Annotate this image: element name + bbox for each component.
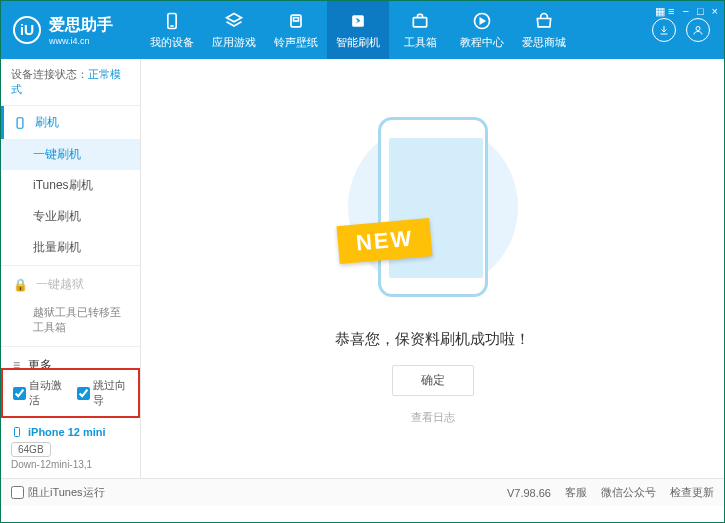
version-label: V7.98.66 <box>507 487 551 499</box>
view-log-link[interactable]: 查看日志 <box>411 410 455 425</box>
flash-icon <box>348 11 368 31</box>
nav-label: 爱思商城 <box>522 35 566 50</box>
nav-label: 教程中心 <box>460 35 504 50</box>
checkbox-label: 跳过向导 <box>93 378 129 408</box>
logo-icon: iU <box>13 16 41 44</box>
sidebar-item-oneclick[interactable]: 一键刷机 <box>1 139 140 170</box>
check-update-link[interactable]: 检查更新 <box>670 485 714 500</box>
block-itunes-checkbox[interactable]: 阻止iTunes运行 <box>11 485 105 500</box>
svg-rect-8 <box>17 117 23 128</box>
store-icon <box>534 11 554 31</box>
main-content: NEW 恭喜您，保资料刷机成功啦！ 确定 查看日志 <box>141 59 724 478</box>
nav-label: 我的设备 <box>150 35 194 50</box>
sidebar-section-jailbreak[interactable]: 🔒 一键越狱 <box>1 268 140 301</box>
new-badge: NEW <box>336 218 432 264</box>
connection-status: 设备连接状态：正常模式 <box>1 59 140 106</box>
checkbox-label: 阻止iTunes运行 <box>28 485 105 500</box>
user-button[interactable] <box>686 18 710 42</box>
svg-rect-5 <box>413 17 426 26</box>
skip-guide-checkbox[interactable]: 跳过向导 <box>77 378 129 408</box>
phone-illustration: NEW <box>368 112 498 302</box>
footer-right: V7.98.66 客服 微信公众号 检查更新 <box>507 485 714 500</box>
nav-label: 应用游戏 <box>212 35 256 50</box>
nav-ringtone[interactable]: 铃声壁纸 <box>265 1 327 59</box>
sidebar-section-more[interactable]: ≡ 更多 <box>1 349 140 368</box>
svg-rect-3 <box>294 17 299 20</box>
more-icon: ≡ <box>13 358 20 368</box>
download-icon <box>658 24 670 36</box>
app-name: 爱思助手 <box>49 15 113 36</box>
header-right <box>652 18 724 42</box>
apps-icon <box>224 11 244 31</box>
nav-tutorial[interactable]: 教程中心 <box>451 1 513 59</box>
sidebar-item-itunes[interactable]: iTunes刷机 <box>1 170 140 201</box>
nav-apps[interactable]: 应用游戏 <box>203 1 265 59</box>
options-checkbox-row: 自动激活 跳过向导 <box>1 368 140 418</box>
confirm-button[interactable]: 确定 <box>392 365 474 396</box>
phone-icon <box>13 116 27 130</box>
app-url: www.i4.cn <box>49 36 113 46</box>
nav-my-device[interactable]: 我的设备 <box>141 1 203 59</box>
close-button[interactable]: × <box>712 5 718 18</box>
nav-store[interactable]: 爱思商城 <box>513 1 575 59</box>
logo-area: iU 爱思助手 www.i4.cn <box>1 15 141 46</box>
minimize-button[interactable]: − <box>682 5 688 18</box>
sidebar-item-pro[interactable]: 专业刷机 <box>1 201 140 232</box>
svg-rect-9 <box>15 428 20 437</box>
device-icon <box>162 11 182 31</box>
user-icon <box>692 24 704 36</box>
tutorial-icon <box>472 11 492 31</box>
ringtone-icon <box>286 11 306 31</box>
nav-smart-flash[interactable]: 智能刷机 <box>327 1 389 59</box>
jailbreak-note: 越狱工具已转移至工具箱 <box>1 301 140 344</box>
device-storage: 64GB <box>11 442 51 457</box>
svg-point-7 <box>696 27 700 31</box>
footer: 阻止iTunes运行 V7.98.66 客服 微信公众号 检查更新 <box>1 478 724 506</box>
wechat-link[interactable]: 微信公众号 <box>601 485 656 500</box>
success-message: 恭喜您，保资料刷机成功啦！ <box>335 330 530 349</box>
menu-button[interactable]: ▦ ≡ <box>655 5 674 18</box>
lock-icon: 🔒 <box>13 278 28 292</box>
nav-label: 工具箱 <box>404 35 437 50</box>
window-controls: ▦ ≡ − □ × <box>655 5 718 18</box>
device-name-text: iPhone 12 mini <box>28 426 106 438</box>
device-name[interactable]: iPhone 12 mini <box>11 426 130 438</box>
checkbox-label: 自动激活 <box>29 378 65 408</box>
section-label: 一键越狱 <box>36 276 84 293</box>
support-link[interactable]: 客服 <box>565 485 587 500</box>
download-button[interactable] <box>652 18 676 42</box>
sidebar: 设备连接状态：正常模式 刷机 一键刷机 iTunes刷机 专业刷机 批量刷机 🔒… <box>1 59 141 478</box>
status-label: 设备连接状态： <box>11 68 88 80</box>
main-nav: 我的设备 应用游戏 铃声壁纸 智能刷机 工具箱 教程中心 爱思商城 <box>141 1 652 59</box>
device-info: iPhone 12 mini 64GB Down-12mini-13,1 <box>1 418 140 478</box>
section-label: 刷机 <box>35 114 59 131</box>
sidebar-item-batch[interactable]: 批量刷机 <box>1 232 140 263</box>
maximize-button[interactable]: □ <box>697 5 704 18</box>
footer-left: 阻止iTunes运行 <box>11 485 105 500</box>
toolbox-icon <box>410 11 430 31</box>
section-label: 更多 <box>28 357 52 368</box>
auto-activate-checkbox[interactable]: 自动激活 <box>13 378 65 408</box>
nav-label: 智能刷机 <box>336 35 380 50</box>
device-icon <box>11 426 23 438</box>
app-header: iU 爱思助手 www.i4.cn 我的设备 应用游戏 铃声壁纸 智能刷机 工具… <box>1 1 724 59</box>
sidebar-section-flash[interactable]: 刷机 <box>1 106 140 139</box>
device-model: Down-12mini-13,1 <box>11 459 130 470</box>
nav-toolbox[interactable]: 工具箱 <box>389 1 451 59</box>
body-area: 设备连接状态：正常模式 刷机 一键刷机 iTunes刷机 专业刷机 批量刷机 🔒… <box>1 59 724 478</box>
nav-label: 铃声壁纸 <box>274 35 318 50</box>
